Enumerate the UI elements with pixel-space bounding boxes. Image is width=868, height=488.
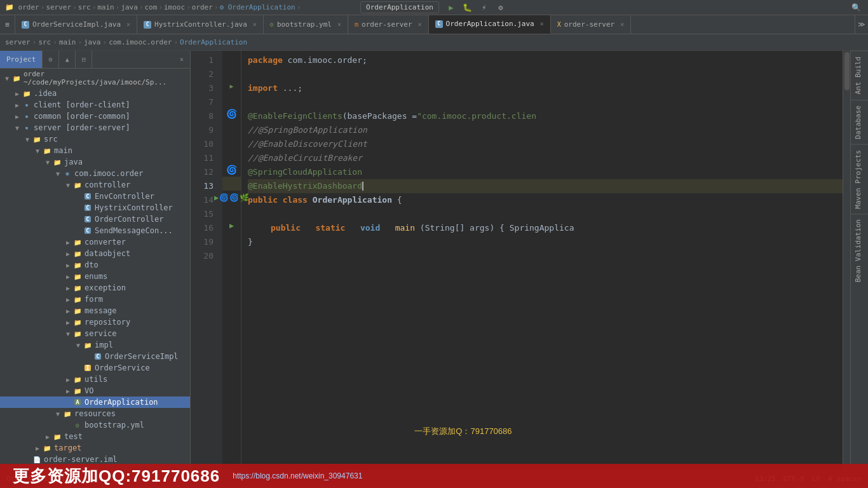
- maven-projects-tab[interactable]: Maven Projects: [851, 144, 868, 214]
- tree-bootstrap-yml[interactable]: ▶ ⚙ bootstrap.yml: [0, 419, 190, 431]
- tree-resources[interactable]: ▼ 📁 resources: [0, 408, 190, 419]
- scroll-thumb[interactable]: [844, 52, 850, 90]
- database-tab[interactable]: Database: [851, 100, 868, 144]
- tab-icon-order-server-xml: X: [557, 21, 561, 28]
- tree-com-imooc-order[interactable]: ▼ ◉ com.imooc.order: [0, 168, 190, 179]
- gutter-7: [222, 93, 241, 107]
- comment-circuit: //@EnableCircuitBreaker: [248, 152, 362, 165]
- message-icon: 📁: [72, 306, 83, 315]
- scrollbar-right[interactable]: [843, 51, 850, 470]
- keyword-package: package: [248, 54, 283, 67]
- tree-converter[interactable]: ▶ 📁 converter: [0, 236, 190, 248]
- tree-service[interactable]: ▼ 📁 service: [0, 328, 190, 339]
- tree-send-message-label: SendMessageCon...: [95, 226, 173, 235]
- tab-icon-order-service-impl: C: [22, 21, 29, 29]
- tree-server[interactable]: ▼ ▪ server [order-server]: [0, 122, 190, 133]
- tree-common[interactable]: ▶ ▪ common [order-common]: [0, 111, 190, 122]
- project-tab[interactable]: Project: [0, 51, 43, 68]
- tree-impl[interactable]: ▼ 📁 impl: [0, 339, 190, 351]
- tree-main[interactable]: ▼ 📁 main: [0, 145, 190, 156]
- tree-enums[interactable]: ▶ 📁 enums: [0, 271, 190, 282]
- tree-target[interactable]: ▶ 📁 target: [0, 442, 190, 454]
- tree-exception[interactable]: ▶ 📁 exception: [0, 282, 190, 294]
- tree-order-service[interactable]: ▶ I OrderService: [0, 362, 190, 374]
- server-iml-icon: 📄: [32, 455, 42, 464]
- tree-dataobject[interactable]: ▶ 📁 dataobject: [0, 248, 190, 259]
- tab-order-server-xml[interactable]: X order-server ×: [551, 15, 632, 34]
- repository-icon: 📁: [72, 318, 83, 327]
- run-button[interactable]: ▶: [444, 1, 458, 14]
- tree-java[interactable]: ▼ 📁 java: [0, 156, 190, 168]
- tree-repository[interactable]: ▶ 📁 repository: [0, 316, 190, 328]
- tree-order-service-impl[interactable]: ▶ C OrderServiceImpl: [0, 351, 190, 362]
- code-line-16: ⊟ public static void main (String[] args…: [248, 221, 843, 235]
- sidebar-collapse[interactable]: ⊟: [76, 51, 92, 68]
- sidebar: Project ⚙ ▲ ⊟ × ▼ 📁 order ~/code/myProje…: [0, 51, 191, 470]
- tree-root[interactable]: ▼ 📁 order ~/code/myProjects/java/imooc/S…: [0, 69, 190, 88]
- tab-overflow[interactable]: ≫: [855, 15, 868, 34]
- tree-src[interactable]: ▼ 📁 src: [0, 133, 190, 145]
- tree-server-iml-label: order-server.iml: [44, 455, 118, 464]
- run-gutter-icon-16[interactable]: ▶: [229, 221, 234, 230]
- keyword-public-16: public: [271, 223, 301, 233]
- breadcrumb-src: src: [38, 38, 51, 46]
- tree-hystrix-controller[interactable]: ▶ C HystrixController: [0, 202, 190, 214]
- tree-order-application[interactable]: ▶ A OrderApplication: [0, 396, 190, 408]
- tree-env-controller[interactable]: ▶ C EnvController: [0, 191, 190, 202]
- tree-main-label: main: [54, 146, 72, 155]
- keyword-static: static: [315, 223, 345, 233]
- sidebar-settings[interactable]: ⚙: [43, 51, 59, 68]
- tree-vo[interactable]: ▶ 📁 VO: [0, 385, 190, 396]
- run-config-selector[interactable]: OrderApplication: [360, 1, 439, 13]
- code-editor[interactable]: 1 2 3 7 8 9 10 11 12 13 14 15 16 19 20: [191, 51, 850, 470]
- breadcrumb-com: com.imooc.order: [109, 38, 172, 46]
- code-line-14: public class OrderApplication {: [248, 193, 843, 207]
- env-controller-icon: C: [83, 192, 93, 201]
- title-bar: 📁 order › server › src › main › java › c…: [0, 0, 868, 15]
- line-num-15: 15: [191, 207, 217, 221]
- debug-button[interactable]: 🐛: [461, 1, 475, 14]
- tree-utils[interactable]: ▶ 📁 utils: [0, 374, 190, 385]
- bean-validation-tab[interactable]: Bean Validation: [851, 214, 868, 287]
- tree-order-controller[interactable]: ▶ C OrderController: [0, 214, 190, 225]
- search-everywhere-button[interactable]: 🔍: [849, 1, 863, 14]
- tree-controller[interactable]: ▼ 📁 controller: [0, 179, 190, 191]
- line-numbers: 1 2 3 7 8 9 10 11 12 13 14 15 16 19 20: [191, 51, 222, 470]
- tab-bootstrap-yml[interactable]: ⚙ bootstrap.yml ×: [264, 15, 348, 34]
- code-area[interactable]: 1 2 3 7 8 9 10 11 12 13 14 15 16 19 20: [191, 51, 850, 470]
- tab-close-hystrix-controller[interactable]: ×: [253, 21, 257, 28]
- tree-form[interactable]: ▶ 📁 form: [0, 294, 190, 305]
- tab-order-application[interactable]: C OrderApplication.java ×: [429, 15, 551, 34]
- tree-test[interactable]: ▶ 📁 test: [0, 431, 190, 442]
- tree-message[interactable]: ▶ 📁 message: [0, 305, 190, 316]
- tree-idea-label: .idea: [34, 89, 57, 98]
- order-controller-icon: C: [83, 215, 93, 224]
- tab-close-bootstrap-yml[interactable]: ×: [337, 21, 341, 28]
- root-folder-icon: 📁: [11, 74, 22, 83]
- tab-close-order-server-xml[interactable]: ×: [620, 21, 624, 28]
- code-content-area[interactable]: package com.imooc.order; ⊞ import ...; ⊟…: [241, 51, 843, 470]
- comment-discovery: //@EnableDiscoveryClient: [248, 138, 367, 151]
- sidebar-close[interactable]: ×: [173, 51, 190, 68]
- tree-service-label: service: [85, 329, 117, 338]
- run-gutter-icon-14[interactable]: ▶: [214, 193, 219, 202]
- tab-order-service-impl[interactable]: C OrderServiceImpl.java ×: [15, 15, 137, 34]
- file-tree: ▼ 📁 order ~/code/myProjects/java/imooc/S…: [0, 69, 190, 470]
- tab-hystrix-controller[interactable]: C HystrixController.java ×: [137, 15, 264, 34]
- tree-client-label: client [order-client]: [34, 100, 130, 109]
- tab-close-order-service-impl[interactable]: ×: [126, 21, 130, 28]
- tree-dto[interactable]: ▶ 📁 dto: [0, 259, 190, 271]
- tree-client[interactable]: ▶ ▪ client [order-client]: [0, 99, 190, 111]
- tab-order-server-maven[interactable]: m order-server ×: [348, 15, 429, 34]
- fold-icon-3: ▶: [229, 83, 233, 90]
- tree-send-message[interactable]: ▶ C SendMessageCon...: [0, 225, 190, 236]
- target-icon: 📁: [42, 444, 52, 452]
- sidebar-scroll-up[interactable]: ▲: [59, 51, 76, 68]
- settings-button[interactable]: ⚙: [494, 1, 508, 14]
- tab-close-order-server-maven[interactable]: ×: [418, 21, 422, 28]
- tab-close-order-application[interactable]: ×: [540, 20, 544, 27]
- tree-idea[interactable]: ▶ 📁 .idea: [0, 88, 190, 99]
- coverage-button[interactable]: ⚡: [477, 1, 491, 14]
- project-toggle[interactable]: ⊞: [0, 15, 15, 34]
- ant-build-tab[interactable]: Ant Build: [851, 51, 868, 100]
